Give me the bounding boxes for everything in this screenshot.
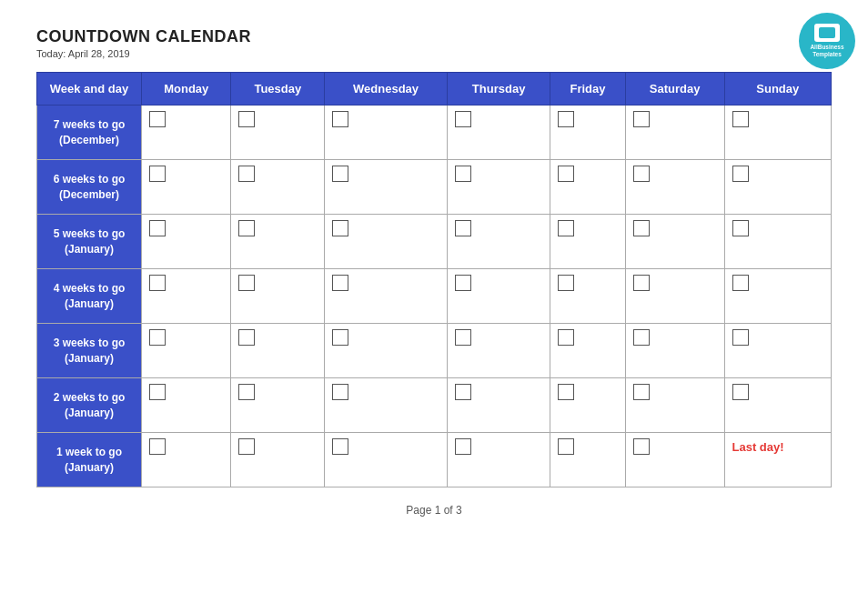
row-4-day-2 — [325, 324, 448, 378]
checkbox-6-3[interactable] — [455, 438, 471, 455]
checkbox-6-0[interactable] — [149, 438, 166, 455]
row-1-sunday — [724, 160, 831, 215]
checkbox-4-sun[interactable] — [732, 329, 749, 346]
row-0-sunday — [724, 106, 831, 160]
checkbox-0-sun[interactable] — [732, 111, 749, 127]
checkbox-3-sun[interactable] — [732, 275, 749, 291]
checkbox-3-2[interactable] — [332, 275, 348, 291]
checkbox-0-0[interactable] — [149, 111, 166, 127]
checkbox-3-5[interactable] — [633, 275, 650, 291]
checkbox-5-sun[interactable] — [732, 384, 749, 400]
row-5-day-0 — [142, 378, 231, 433]
row-5-sunday — [724, 378, 831, 433]
header-week: Week and day — [37, 73, 142, 106]
checkbox-1-4[interactable] — [558, 166, 574, 182]
checkbox-4-1[interactable] — [238, 329, 255, 346]
checkbox-2-sun[interactable] — [732, 220, 749, 236]
checkbox-4-2[interactable] — [332, 329, 348, 346]
checkbox-5-3[interactable] — [455, 384, 471, 400]
row-3-day-5 — [625, 269, 724, 324]
row-4-day-5 — [625, 324, 724, 378]
row-6-sunday: Last day! — [724, 433, 831, 487]
last-day-label: Last day! — [732, 440, 784, 454]
header-thursday: Thursday — [447, 73, 550, 106]
row-0-day-4 — [550, 106, 625, 160]
row-2-day-5 — [625, 215, 724, 269]
checkbox-0-1[interactable] — [238, 111, 255, 127]
checkbox-2-3[interactable] — [455, 220, 471, 236]
checkbox-1-sun[interactable] — [732, 166, 749, 182]
checkbox-2-5[interactable] — [633, 220, 650, 236]
checkbox-0-5[interactable] — [633, 111, 650, 127]
page-footer: Page 1 of 3 — [36, 504, 832, 517]
row-5-day-3 — [447, 378, 550, 433]
row-3-day-0 — [142, 269, 231, 324]
checkbox-0-3[interactable] — [455, 111, 471, 127]
row-1-day-4 — [550, 160, 625, 215]
checkbox-5-1[interactable] — [238, 384, 255, 400]
row-6-day-1 — [231, 433, 325, 487]
logo-text: AllBusinessTemplates — [810, 44, 843, 58]
row-4-label: 3 weeks to go(January) — [37, 324, 142, 378]
checkbox-1-0[interactable] — [149, 166, 166, 182]
header-friday: Friday — [550, 73, 625, 106]
header-sunday: Sunday — [724, 73, 831, 106]
checkbox-1-2[interactable] — [332, 166, 348, 182]
checkbox-2-4[interactable] — [558, 220, 574, 236]
row-0-label: 7 weeks to go(December) — [37, 106, 142, 160]
row-0-day-2 — [325, 106, 448, 160]
row-6-label: 1 week to go(January) — [37, 433, 142, 487]
row-0-day-1 — [231, 106, 325, 160]
checkbox-4-0[interactable] — [149, 329, 166, 346]
checkbox-3-3[interactable] — [455, 275, 471, 291]
checkbox-5-5[interactable] — [633, 384, 650, 400]
checkbox-6-2[interactable] — [332, 438, 348, 455]
checkbox-3-0[interactable] — [149, 275, 166, 291]
header-saturday: Saturday — [625, 73, 724, 106]
row-3-day-1 — [231, 269, 325, 324]
row-5-day-5 — [625, 378, 724, 433]
row-1-day-3 — [447, 160, 550, 215]
row-1-day-1 — [231, 160, 325, 215]
row-3-day-3 — [447, 269, 550, 324]
checkbox-4-3[interactable] — [455, 329, 471, 346]
checkbox-4-5[interactable] — [633, 329, 650, 346]
calendar-table: Week and day Monday Tuesday Wednesday Th… — [36, 72, 832, 487]
checkbox-3-4[interactable] — [558, 275, 574, 291]
checkbox-5-0[interactable] — [149, 384, 166, 400]
checkbox-5-4[interactable] — [558, 384, 574, 400]
checkbox-1-3[interactable] — [455, 166, 471, 182]
checkbox-2-1[interactable] — [238, 220, 255, 236]
checkbox-1-1[interactable] — [238, 166, 255, 182]
logo-icon — [814, 24, 840, 42]
row-3-sunday — [724, 269, 831, 324]
row-4-sunday — [724, 324, 831, 378]
checkbox-4-4[interactable] — [558, 329, 574, 346]
checkbox-2-0[interactable] — [149, 220, 166, 236]
checkbox-6-4[interactable] — [558, 438, 574, 455]
logo: AllBusinessTemplates — [799, 13, 855, 69]
row-1-day-2 — [325, 160, 448, 215]
checkbox-3-1[interactable] — [238, 275, 255, 291]
row-4-day-3 — [447, 324, 550, 378]
row-1-day-5 — [625, 160, 724, 215]
row-6-day-2 — [325, 433, 448, 487]
row-6-day-5 — [625, 433, 724, 487]
row-3-label: 4 weeks to go(January) — [37, 269, 142, 324]
row-5-day-4 — [550, 378, 625, 433]
header-wednesday: Wednesday — [325, 73, 448, 106]
checkbox-1-5[interactable] — [633, 166, 650, 182]
row-1-label: 6 weeks to go(December) — [37, 160, 142, 215]
checkbox-5-2[interactable] — [332, 384, 348, 400]
row-2-day-0 — [142, 215, 231, 269]
row-0-day-3 — [447, 106, 550, 160]
checkbox-2-2[interactable] — [332, 220, 348, 236]
checkbox-6-1[interactable] — [238, 438, 255, 455]
checkbox-0-2[interactable] — [332, 111, 348, 127]
row-4-day-1 — [231, 324, 325, 378]
row-5-day-1 — [231, 378, 325, 433]
checkbox-0-4[interactable] — [558, 111, 574, 127]
checkbox-6-5[interactable] — [633, 438, 650, 455]
row-6-day-3 — [447, 433, 550, 487]
row-6-day-0 — [142, 433, 231, 487]
